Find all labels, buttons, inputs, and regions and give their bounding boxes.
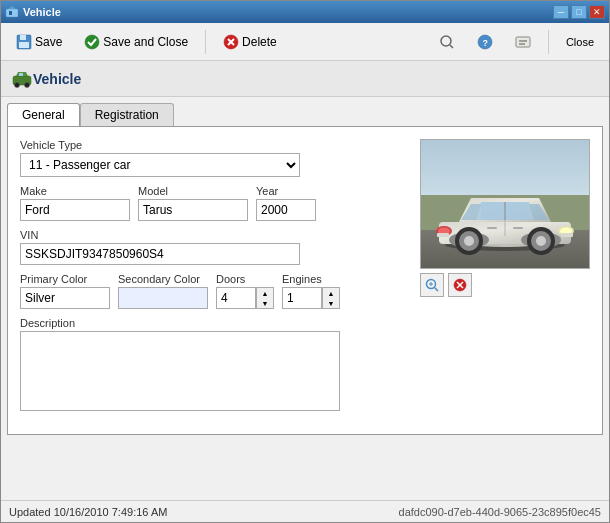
secondary-color-input[interactable] bbox=[118, 287, 208, 309]
title-bar-icon bbox=[5, 5, 19, 19]
page-title: Vehicle bbox=[33, 71, 81, 87]
vehicle-image bbox=[421, 140, 589, 268]
year-input[interactable] bbox=[256, 199, 316, 221]
svg-line-11 bbox=[450, 45, 453, 48]
help-search-button[interactable] bbox=[430, 28, 464, 56]
info-icon bbox=[515, 34, 531, 50]
status-id: dafdc090-d7eb-440d-9065-23c895f0ec45 bbox=[399, 506, 601, 518]
image-action-buttons bbox=[420, 273, 590, 297]
tab-registration[interactable]: Registration bbox=[80, 103, 174, 126]
save-close-icon bbox=[84, 34, 100, 50]
model-group: Model bbox=[138, 185, 248, 221]
svg-point-19 bbox=[15, 82, 20, 87]
page-header: Vehicle bbox=[1, 61, 609, 97]
svg-rect-47 bbox=[513, 227, 523, 229]
close-button[interactable]: Close bbox=[557, 28, 603, 56]
vehicle-type-group: Vehicle Type 11 - Passenger car bbox=[20, 139, 340, 177]
engines-decrement[interactable]: ▼ bbox=[323, 298, 339, 308]
colors-doors-engines-row: Primary Color Secondary Color Doors ▲ bbox=[20, 273, 340, 309]
form-fields: Vehicle Type 11 - Passenger car Make Mod… bbox=[20, 139, 340, 414]
make-label: Make bbox=[20, 185, 130, 197]
save-and-close-label: Save and Close bbox=[103, 35, 188, 49]
info-button[interactable] bbox=[506, 28, 540, 56]
maximize-button[interactable]: □ bbox=[571, 5, 587, 19]
status-updated: Updated 10/16/2010 7:49:16 AM bbox=[9, 506, 167, 518]
toolbar-separator-1 bbox=[205, 30, 206, 54]
vehicle-type-label: Vehicle Type bbox=[20, 139, 340, 151]
save-button[interactable]: Save bbox=[7, 28, 71, 56]
save-and-close-button[interactable]: Save and Close bbox=[75, 28, 197, 56]
vehicle-type-select[interactable]: 11 - Passenger car bbox=[20, 153, 300, 177]
doors-spinner: ▲ ▼ bbox=[216, 287, 274, 309]
svg-rect-48 bbox=[487, 227, 497, 229]
secondary-color-group: Secondary Color bbox=[118, 273, 208, 309]
window-title: Vehicle bbox=[23, 6, 553, 18]
engines-spinner-buttons: ▲ ▼ bbox=[322, 287, 340, 309]
svg-marker-1 bbox=[8, 6, 16, 9]
svg-point-6 bbox=[85, 35, 99, 49]
window-close-button[interactable]: ✕ bbox=[589, 5, 605, 19]
main-window: Vehicle ─ □ ✕ Save Save and Close bbox=[0, 0, 610, 523]
vehicle-header-icon bbox=[11, 70, 33, 88]
title-bar: Vehicle ─ □ ✕ bbox=[1, 1, 609, 23]
svg-point-20 bbox=[25, 82, 30, 87]
remove-icon bbox=[453, 278, 467, 292]
window-controls: ─ □ ✕ bbox=[553, 5, 605, 19]
delete-icon bbox=[223, 34, 239, 50]
tab-panel-general: Vehicle Type 11 - Passenger car Make Mod… bbox=[7, 126, 603, 435]
tab-general[interactable]: General bbox=[7, 103, 80, 126]
engines-increment[interactable]: ▲ bbox=[323, 288, 339, 298]
remove-image-button[interactable] bbox=[448, 273, 472, 297]
delete-button[interactable]: Delete bbox=[214, 28, 286, 56]
svg-line-52 bbox=[435, 288, 439, 292]
doors-input[interactable] bbox=[216, 287, 256, 309]
model-input[interactable] bbox=[138, 199, 248, 221]
svg-point-45 bbox=[536, 236, 546, 246]
engines-label: Engines bbox=[282, 273, 340, 285]
svg-rect-2 bbox=[9, 11, 12, 15]
toolbar: Save Save and Close Delete bbox=[1, 23, 609, 61]
svg-text:?: ? bbox=[482, 38, 488, 48]
primary-color-label: Primary Color bbox=[20, 273, 110, 285]
save-icon bbox=[16, 34, 32, 50]
year-label: Year bbox=[256, 185, 316, 197]
zoom-image-button[interactable] bbox=[420, 273, 444, 297]
close-label: Close bbox=[566, 36, 594, 48]
doors-decrement[interactable]: ▼ bbox=[257, 298, 273, 308]
status-bar: Updated 10/16/2010 7:49:16 AM dafdc090-d… bbox=[1, 500, 609, 522]
svg-point-42 bbox=[464, 236, 474, 246]
help-button[interactable]: ? bbox=[468, 28, 502, 56]
doors-spinner-buttons: ▲ ▼ bbox=[256, 287, 274, 309]
year-group: Year bbox=[256, 185, 316, 221]
make-group: Make bbox=[20, 185, 130, 221]
make-input[interactable] bbox=[20, 199, 130, 221]
svg-rect-4 bbox=[20, 35, 26, 40]
secondary-color-label: Secondary Color bbox=[118, 273, 208, 285]
svg-point-10 bbox=[441, 36, 451, 46]
vin-input[interactable] bbox=[20, 243, 300, 265]
svg-rect-49 bbox=[561, 233, 573, 237]
doors-increment[interactable]: ▲ bbox=[257, 288, 273, 298]
engines-spinner: ▲ ▼ bbox=[282, 287, 340, 309]
primary-color-input[interactable] bbox=[20, 287, 110, 309]
vin-label: VIN bbox=[20, 229, 340, 241]
image-panel bbox=[420, 139, 590, 297]
make-model-year-row: Make Model Year bbox=[20, 185, 340, 221]
primary-color-group: Primary Color bbox=[20, 273, 110, 309]
toolbar-separator-2 bbox=[548, 30, 549, 54]
help-icon: ? bbox=[477, 34, 493, 50]
svg-rect-5 bbox=[19, 42, 29, 48]
zoom-icon bbox=[425, 278, 439, 292]
engines-input[interactable] bbox=[282, 287, 322, 309]
model-label: Model bbox=[138, 185, 248, 197]
doors-label: Doors bbox=[216, 273, 274, 285]
minimize-button[interactable]: ─ bbox=[553, 5, 569, 19]
description-textarea[interactable] bbox=[20, 331, 340, 411]
svg-rect-21 bbox=[19, 73, 23, 76]
tab-bar: General Registration bbox=[7, 103, 603, 126]
svg-rect-14 bbox=[516, 37, 530, 47]
toolbar-right: ? Close bbox=[430, 28, 603, 56]
help-search-icon bbox=[439, 34, 455, 50]
doors-group: Doors ▲ ▼ bbox=[216, 273, 274, 309]
save-label: Save bbox=[35, 35, 62, 49]
